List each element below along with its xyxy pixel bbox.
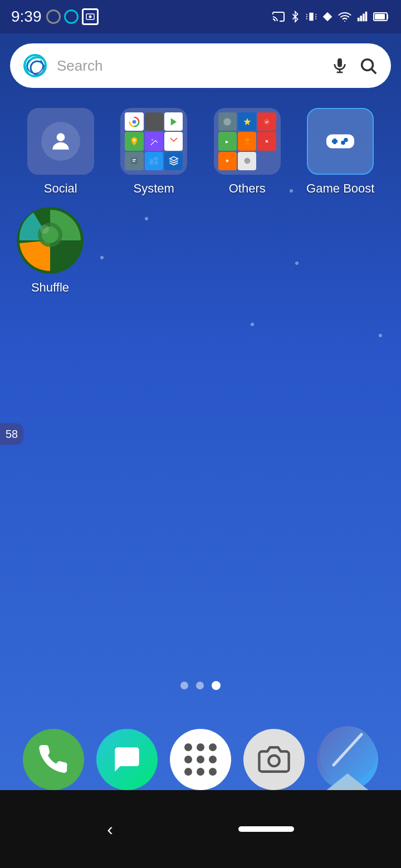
apps-dot-3	[209, 743, 217, 751]
person-icon	[48, 129, 73, 154]
svg-point-55	[268, 756, 279, 766]
app-game-boost[interactable]: Game Boost	[297, 108, 385, 196]
page-indicators	[180, 681, 221, 690]
deco-dot	[251, 323, 254, 326]
apps-dot-9	[209, 768, 217, 776]
deco-dot	[145, 217, 148, 220]
svg-point-29	[151, 139, 153, 140]
deco-dot	[295, 262, 299, 265]
apps-dot-6	[209, 756, 217, 763]
others-mini-5	[238, 132, 256, 150]
svg-rect-35	[154, 161, 158, 165]
others-label: Others	[229, 181, 266, 196]
social-inner	[41, 122, 80, 161]
planet-icon	[317, 723, 378, 796]
svg-rect-15	[375, 14, 385, 19]
game-boost-label: Game Boost	[306, 181, 374, 196]
home-indicator[interactable]	[238, 826, 294, 832]
page-dot-2[interactable]	[196, 682, 204, 689]
mini-maps-icon	[125, 132, 143, 150]
mini-chrome-icon	[125, 112, 143, 131]
mini-multi-icon	[145, 152, 163, 170]
search-bar[interactable]: Search	[10, 43, 391, 88]
vibrate-icon	[305, 10, 317, 23]
screenshot-icon	[82, 8, 99, 25]
nav-bar: ‹	[0, 790, 401, 868]
others-mini-1	[218, 112, 237, 131]
mini-play-icon	[164, 112, 183, 131]
svg-marker-36	[243, 118, 251, 125]
others-mini-2	[238, 112, 256, 131]
back-button[interactable]: ‹	[107, 819, 113, 840]
svg-rect-33	[150, 159, 154, 165]
mini-qr-icon	[145, 112, 163, 131]
svg-text:↑↓: ↑↓	[246, 160, 249, 163]
mini-files-icon	[125, 152, 143, 170]
apps-dot-1	[184, 743, 192, 751]
app-system[interactable]: System	[110, 108, 198, 196]
svg-rect-10	[358, 18, 360, 21]
apps-dot-5	[197, 756, 204, 763]
svg-point-40	[245, 138, 249, 142]
dock-camera[interactable]	[243, 729, 305, 790]
mic-icon[interactable]	[331, 57, 349, 75]
search-icon[interactable]	[359, 56, 378, 75]
google-logo	[23, 54, 47, 77]
svg-rect-11	[360, 16, 362, 21]
cast-icon	[272, 10, 285, 23]
apps-dot-7	[184, 768, 192, 776]
apps-dot-4	[184, 756, 192, 763]
others-folder-grid: ▶	[214, 108, 281, 175]
messages-icon	[111, 743, 143, 776]
shuffle-icon	[17, 207, 84, 274]
svg-point-27	[133, 139, 135, 141]
app-social[interactable]: Social	[17, 108, 105, 196]
svg-rect-34	[154, 157, 158, 161]
others-mini-8: ↑↓	[238, 152, 256, 170]
svg-point-22	[362, 60, 373, 71]
search-bar-container: Search	[0, 33, 401, 97]
status-icons-left	[46, 8, 99, 25]
dock-messages[interactable]	[96, 729, 158, 790]
status-bar: 9:39	[0, 0, 401, 33]
page-dot-1[interactable]	[180, 682, 188, 689]
deco-dot	[100, 256, 104, 259]
app-others[interactable]: ▶	[203, 108, 291, 196]
page-dot-3[interactable]	[212, 681, 221, 690]
status-right	[272, 10, 390, 23]
others-mini-7	[218, 152, 237, 170]
system-label: System	[134, 181, 174, 196]
search-placeholder: Search	[57, 57, 321, 75]
social-label: Social	[44, 181, 77, 196]
svg-rect-12	[363, 14, 365, 22]
svg-rect-45	[326, 135, 354, 149]
system-folder-grid	[120, 108, 187, 175]
system-folder-icon	[120, 108, 187, 175]
dock-phone[interactable]	[23, 729, 84, 790]
notification-badge[interactable]: 58	[0, 423, 23, 445]
dock-apps[interactable]	[170, 729, 231, 790]
svg-rect-13	[365, 12, 368, 21]
social-folder-icon	[27, 108, 94, 175]
others-mini-3	[257, 112, 276, 131]
shuffle-label: Shuffle	[31, 280, 69, 295]
camera-icon	[258, 743, 290, 776]
svg-point-26	[133, 120, 136, 124]
svg-marker-9	[323, 12, 332, 22]
svg-point-18	[31, 61, 44, 75]
mini-gmail-icon	[164, 132, 183, 150]
circle-teal-icon	[64, 9, 79, 24]
app-row-single: Shuffle	[0, 207, 401, 295]
notification-count: 58	[6, 428, 18, 440]
dock	[0, 729, 401, 790]
deco-dot	[379, 334, 382, 337]
game-boost-icon	[307, 108, 374, 175]
svg-point-49	[341, 141, 346, 145]
phone-icon	[37, 743, 70, 776]
status-left: 9:39	[11, 8, 99, 26]
others-mini-4: ▶	[218, 132, 237, 150]
app-shuffle[interactable]: Shuffle	[17, 207, 84, 295]
app-grid: Social	[0, 97, 401, 207]
apps-dot-8	[197, 768, 204, 776]
dock-planet[interactable]	[317, 729, 378, 790]
